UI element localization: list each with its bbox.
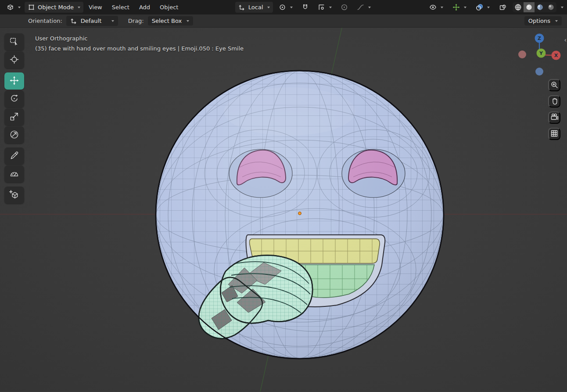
- pivot-point-icon: [279, 4, 286, 11]
- zoom-button[interactable]: [548, 79, 560, 91]
- viewport-side-buttons: [548, 79, 560, 140]
- drag-label: Drag:: [128, 18, 144, 24]
- chevron-down-icon: [464, 7, 467, 8]
- tool-tweak-select[interactable]: [4, 33, 24, 50]
- shading-solid-icon: [525, 4, 533, 11]
- gizmos-icon: [452, 4, 460, 11]
- orientation-label: Orientation:: [28, 18, 62, 24]
- pan-button[interactable]: [548, 95, 560, 108]
- chevron-down-icon: [329, 7, 332, 8]
- tool-rotate[interactable]: [4, 90, 24, 108]
- move-icon: [9, 76, 19, 87]
- options-label: Options: [528, 18, 550, 24]
- chevron-down-icon: [487, 7, 490, 8]
- measure-icon: [9, 169, 19, 180]
- shading-rendered-icon: [547, 4, 555, 11]
- viewport-canvas[interactable]: [0, 28, 567, 392]
- falloff-select[interactable]: [354, 2, 374, 13]
- snap-target-select[interactable]: [315, 2, 335, 13]
- chevron-down-icon: [78, 7, 80, 8]
- object-origin-dot: [298, 212, 301, 215]
- svg-text:Y: Y: [539, 50, 543, 56]
- sidebar-collapse-arrow[interactable]: ‹: [564, 36, 567, 43]
- shading-wireframe-icon: [514, 4, 522, 11]
- hand-icon: [550, 97, 558, 106]
- proportional-editing-icon: [341, 4, 348, 11]
- add-cube-icon: [9, 190, 19, 201]
- toggle-grid-button[interactable]: [548, 128, 560, 140]
- toolbar-left: [4, 33, 24, 208]
- editor-type-button[interactable]: [4, 2, 24, 13]
- eye-icon: [429, 4, 437, 11]
- orientation-axes-icon: [70, 17, 78, 25]
- chevron-down-icon: [555, 20, 558, 22]
- pivot-point-select[interactable]: [276, 2, 296, 13]
- transform-orientation-label: Local: [248, 4, 263, 11]
- menu-view[interactable]: View: [84, 2, 107, 13]
- gizmo-axis-y[interactable]: Y: [537, 49, 546, 58]
- drag-value: Select Box: [152, 18, 182, 24]
- chevron-down-icon: [187, 20, 189, 22]
- xray-toggle[interactable]: [496, 2, 510, 13]
- emoji-face-model[interactable]: [156, 71, 444, 359]
- snap-toggle[interactable]: [298, 2, 312, 13]
- show-objects-dropdown[interactable]: [426, 2, 446, 13]
- scale-icon: [9, 111, 19, 123]
- chevron-down-icon: [441, 7, 443, 8]
- orientation-dropdown[interactable]: Default: [66, 16, 118, 26]
- proportional-editing-toggle[interactable]: [337, 2, 351, 13]
- gizmo-axis-z[interactable]: Z: [535, 34, 544, 43]
- overlays-dropdown[interactable]: [473, 2, 493, 13]
- tool-transform[interactable]: [4, 126, 24, 144]
- tool-cursor[interactable]: [4, 51, 24, 68]
- gizmos-dropdown[interactable]: [449, 2, 470, 13]
- tool-annotate[interactable]: [4, 147, 24, 165]
- camera-icon: [550, 113, 559, 122]
- camera-view-button[interactable]: [548, 111, 560, 124]
- top-menu-bar: Object Mode View Select Add Object Local: [0, 0, 567, 14]
- shading-mode-group: [513, 2, 556, 12]
- chevron-down-icon: [290, 7, 293, 8]
- drag-dropdown[interactable]: Select Box: [148, 16, 193, 25]
- gizmo-axis-x[interactable]: X: [552, 51, 561, 60]
- snap-target-icon: [318, 4, 325, 11]
- svg-text:X: X: [554, 53, 558, 58]
- grid-icon: [550, 129, 558, 139]
- navigation-gizmo[interactable]: Z X Y: [515, 31, 563, 79]
- mode-select-label: Object Mode: [38, 4, 74, 11]
- shading-solid-button[interactable]: [524, 2, 535, 12]
- chevron-down-icon: [18, 7, 21, 8]
- options-dropdown[interactable]: Options: [524, 16, 562, 25]
- menu-add[interactable]: Add: [135, 2, 154, 13]
- cursor-icon: [9, 54, 19, 66]
- overlays-icon: [476, 4, 483, 11]
- orientation-value: Default: [81, 18, 102, 24]
- shading-rendered-button[interactable]: [545, 2, 556, 12]
- tool-measure[interactable]: [4, 165, 24, 183]
- transform-orientation-select[interactable]: Local: [235, 2, 273, 13]
- tool-scale[interactable]: [4, 108, 24, 126]
- menu-select[interactable]: Select: [108, 2, 134, 13]
- snap-magnet-icon: [301, 4, 309, 11]
- svg-text:Z: Z: [538, 36, 541, 41]
- chevron-down-icon: [267, 7, 270, 8]
- tool-add-cube[interactable]: [4, 187, 24, 204]
- menu-object[interactable]: Object: [155, 2, 183, 13]
- rotate-icon: [9, 94, 19, 105]
- gizmo-axis-neg-x[interactable]: [518, 50, 526, 58]
- tool-move[interactable]: [4, 72, 24, 90]
- mode-select[interactable]: Object Mode: [25, 2, 83, 13]
- viewport-3d[interactable]: User Orthographic (35) face with hand ov…: [0, 28, 567, 392]
- shading-material-button[interactable]: [535, 2, 545, 12]
- chevron-down-icon: [368, 7, 371, 8]
- shading-material-icon: [536, 4, 544, 11]
- transform-orientation-icon: [238, 4, 246, 11]
- shading-dropdown-caret[interactable]: [561, 7, 563, 8]
- annotate-pen-icon: [9, 151, 19, 162]
- falloff-curve-icon: [357, 4, 364, 11]
- editor-type-icon: [7, 4, 14, 11]
- gizmo-axis-neg-z[interactable]: [535, 68, 543, 76]
- shading-wireframe-button[interactable]: [513, 2, 524, 12]
- tweak-select-icon: [9, 36, 19, 48]
- chevron-down-icon: [111, 20, 114, 22]
